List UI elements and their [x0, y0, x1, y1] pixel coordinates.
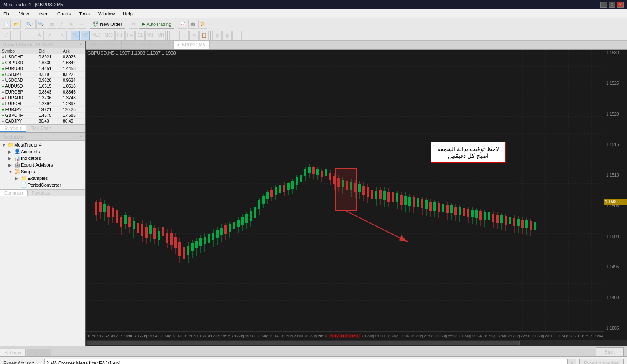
market-watch-row[interactable]: ● EURAUD 1.3736 1.3748 — [0, 95, 85, 101]
minimize-button[interactable]: ─ — [600, 2, 607, 8]
tab-eurusd-m2[interactable]: EURUSD,M2 (offline) — [122, 41, 174, 49]
tab-gbpusd-m5[interactable]: GBPUSD,M5 — [174, 41, 210, 49]
strategy-tester-form: Expert Advisor: ▼ Expert properties Symb… — [0, 357, 627, 364]
toolbar-vline-tool[interactable]: │ — [22, 31, 31, 40]
tab-symbols[interactable]: Symbols — [0, 125, 26, 132]
toolbar-hline-tool[interactable]: ─ — [12, 31, 21, 40]
expand-icon: ▼ — [8, 169, 14, 174]
autotrading-button[interactable]: ▶ AutoTrading — [139, 20, 174, 29]
tab-settings[interactable]: Settings — [0, 349, 26, 356]
market-watch-row[interactable]: ● GBPUSD 1.6339 1.6342 — [0, 60, 85, 66]
market-watch-row[interactable]: ● GBPCHF 1.4575 1.4585 — [0, 113, 85, 119]
bid-cell: 0.8843 — [37, 89, 61, 95]
ask-cell: 1.2897 — [61, 101, 85, 107]
tf-h1[interactable]: H1 — [115, 31, 125, 40]
symbol-cell: ● USDCAD — [0, 78, 37, 83]
tab-journal[interactable]: Journal — [27, 349, 51, 356]
zoom-in-chart[interactable]: + — [169, 31, 178, 40]
templates-btn[interactable]: 📋 — [199, 31, 209, 40]
symbol-cell: ● EURJPY — [0, 107, 37, 113]
svg-rect-9 — [103, 204, 106, 212]
price-label-9: 1.1490 — [606, 296, 625, 300]
svg-rect-137 — [371, 190, 373, 199]
market-watch-row[interactable]: ● AUDUSD 1.0515 1.0518 — [0, 83, 85, 89]
period-separators-btn[interactable]: ⊞ — [67, 20, 76, 29]
time-label: 31 Aug 21:36 — [387, 334, 409, 338]
market-watch-row[interactable]: ● EURJPY 120.21 120.25 — [0, 107, 85, 113]
svg-rect-23 — [133, 221, 135, 229]
open-btn[interactable]: 📂 — [12, 20, 21, 29]
svg-rect-69 — [229, 224, 231, 232]
tree-item-scripts[interactable]: ▼ 📜 Scripts — [0, 168, 85, 175]
navigator-close-icon[interactable]: ✕ — [79, 134, 83, 139]
indicators-btn[interactable]: 📈 — [178, 20, 187, 29]
tree-item-expert-advisors[interactable]: ▶ 🤖 Expert Advisors — [0, 162, 85, 168]
direction-dot: ● — [2, 78, 4, 83]
menu-file[interactable]: File — [2, 10, 13, 17]
maximize-button[interactable]: □ — [609, 2, 615, 8]
close-button[interactable]: ✕ — [617, 2, 624, 8]
menu-tools[interactable]: Tools — [77, 10, 92, 17]
tf-w1[interactable]: W1 — [145, 31, 155, 40]
market-watch-row[interactable]: ● CADJPY 86.43 86.49 — [0, 119, 85, 124]
zoom-out-chart[interactable]: - — [179, 31, 189, 40]
tab-eurusd-m1[interactable]: EURUSD,M1 — [86, 41, 122, 49]
chart-scrollbar[interactable] — [86, 340, 627, 346]
toolbar-text-tool[interactable]: A — [35, 31, 44, 40]
chart-type-candles[interactable]: ▦ — [222, 31, 232, 40]
new-chart-btn[interactable]: 📄 — [2, 20, 11, 29]
toolbar-line-tool[interactable]: ╱ — [2, 31, 11, 40]
menu-charts[interactable]: Charts — [56, 10, 72, 17]
tree-item-examples[interactable]: ▶ 📁 Examples — [0, 175, 85, 182]
tf-m5[interactable]: M5 — [81, 31, 90, 40]
tf-h4[interactable]: H4 — [125, 31, 135, 40]
ea-btn[interactable]: 🤖 — [188, 20, 197, 29]
tab-common[interactable]: Common — [0, 190, 28, 196]
price-label-8: 1.1495 — [606, 265, 625, 269]
ea-dropdown-button[interactable]: ▼ — [568, 359, 576, 364]
expert-properties-button[interactable]: Expert properties — [579, 359, 624, 364]
scripts-btn[interactable]: 📜 — [198, 20, 207, 29]
bar-chart-btn[interactable]: ▦ — [47, 20, 56, 29]
market-watch-row[interactable]: ● EURUSD 1.4451 1.4453 — [0, 66, 85, 72]
tf-m15[interactable]: M15 — [91, 31, 102, 40]
time-label: 31 Aug 21:52 — [411, 334, 433, 338]
shift-btn[interactable]: ⇥ — [77, 20, 86, 29]
properties-btn[interactable]: ⚙ — [189, 31, 199, 40]
market-watch-row[interactable]: ● USDJPY 83.19 83.22 — [0, 72, 85, 78]
tab-favorites[interactable]: Favorites — [28, 190, 55, 196]
menu-help[interactable]: Help — [121, 10, 134, 17]
menu-view[interactable]: View — [18, 10, 31, 17]
tree-item-period-converter[interactable]: 📄 PeriodConverter — [0, 182, 85, 188]
market-watch-row[interactable]: ● EURGBP 0.8843 0.8846 — [0, 89, 85, 95]
ea-input[interactable] — [44, 359, 568, 364]
zoom-in-btn[interactable]: 🔍+ — [25, 20, 36, 29]
new-order-button[interactable]: 💱 New Order — [90, 20, 125, 29]
line-chart-btn[interactable]: ╱ — [57, 20, 66, 29]
svg-rect-87 — [266, 192, 269, 199]
chart-type-line[interactable]: 〰 — [232, 31, 242, 40]
menu-window[interactable]: Window — [97, 10, 116, 17]
candles-chart[interactable] — [86, 50, 604, 331]
market-watch-row[interactable]: ● EURCHF 1.2894 1.2897 — [0, 101, 85, 107]
tree-item-accounts[interactable]: ▶ 👤 Accounts — [0, 148, 85, 155]
tf-m1[interactable]: M1 — [71, 31, 80, 40]
market-watch-row[interactable]: ● USDCHF 0.8921 0.8925 — [0, 54, 85, 60]
cursor-tool[interactable]: ↖ — [58, 31, 67, 40]
menu-insert[interactable]: Insert — [36, 10, 51, 17]
chart-type-bars[interactable]: ▥ — [212, 31, 222, 40]
market-watch-row[interactable]: ● USDCAD 0.9620 0.9624 — [0, 78, 85, 83]
price-label-7: 1.1500 — [606, 234, 625, 239]
tf-mn[interactable]: MN — [156, 31, 166, 40]
tree-item-indicators[interactable]: ▶ 📊 Indicators — [0, 155, 85, 162]
market-watch-close-icon[interactable]: ✕ — [79, 42, 83, 47]
refresh-btn[interactable]: ↺ — [129, 20, 138, 29]
toolbar-arrow-tool[interactable]: ↗ — [45, 31, 54, 40]
tab-tick-chart[interactable]: Tick Chart — [26, 125, 56, 132]
tf-d1[interactable]: D1 — [135, 31, 145, 40]
tf-m30[interactable]: M30 — [103, 31, 114, 40]
tree-item-metatrader4[interactable]: ▼ 📁 MetaTrader 4 — [0, 142, 85, 148]
scrollbar-thumb[interactable] — [87, 341, 520, 345]
start-button[interactable]: Start — [596, 347, 624, 356]
zoom-out-btn[interactable]: 🔍- — [36, 20, 46, 29]
